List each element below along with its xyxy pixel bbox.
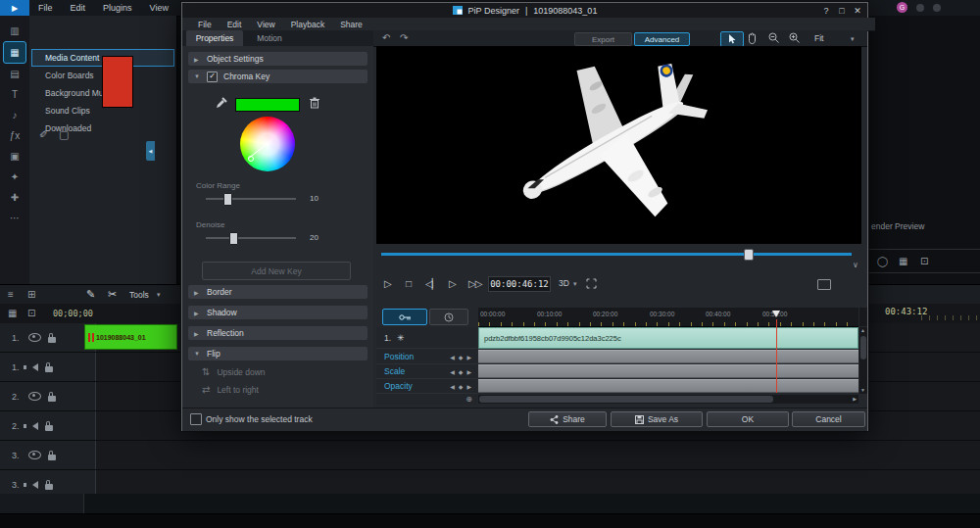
effects-room-icon[interactable]: ƒx: [4, 125, 25, 146]
scroll-down-icon[interactable]: ▼: [860, 388, 865, 393]
play-button[interactable]: ▷: [384, 278, 391, 289]
scale-keyframe-track[interactable]: [478, 364, 858, 378]
library-room-icon[interactable]: ▦: [3, 41, 26, 64]
preview-seekbar[interactable]: [381, 253, 852, 256]
next-keyframe-icon[interactable]: ▶: [466, 368, 471, 375]
undo-icon[interactable]: ↶: [382, 33, 390, 43]
color-range-handle[interactable]: [223, 193, 232, 206]
view-toggle-icon[interactable]: ⊞: [27, 290, 35, 300]
cancel-button[interactable]: Cancel: [792, 411, 865, 427]
tab-motion[interactable]: Motion: [245, 30, 294, 46]
denoise-handle[interactable]: [229, 232, 238, 245]
hand-tool-icon[interactable]: [747, 32, 758, 44]
fit-dropdown[interactable]: Fit: [814, 33, 823, 43]
lock-icon[interactable]: [45, 425, 53, 431]
help-button[interactable]: ?: [818, 3, 834, 18]
prev-keyframe-icon[interactable]: ◀: [450, 383, 455, 390]
split-scissors-icon[interactable]: ✂: [108, 289, 117, 300]
add-keyframe-icon[interactable]: ◆: [459, 354, 464, 360]
prev-keyframe-icon[interactable]: ◀: [450, 354, 455, 360]
ok-button[interactable]: OK: [707, 411, 789, 427]
speaker-icon[interactable]: [32, 422, 38, 430]
add-keyframe-icon[interactable]: ◆: [459, 383, 464, 390]
tab-properties[interactable]: Properties: [186, 30, 243, 46]
lock-icon[interactable]: [45, 484, 53, 490]
audio-room-icon[interactable]: ♪: [4, 105, 25, 125]
fit-chevron-icon[interactable]: ▾: [851, 35, 855, 42]
eye-icon[interactable]: [28, 392, 41, 401]
advanced-button[interactable]: Advanced: [634, 32, 690, 46]
vertical-scrollbar-thumb[interactable]: [860, 336, 866, 360]
next-keyframe-icon[interactable]: ▶: [466, 383, 471, 390]
close-button[interactable]: ✕: [850, 3, 865, 18]
ruler-left-icon[interactable]: ▦: [8, 309, 17, 318]
tools-dropdown[interactable]: Tools: [129, 290, 149, 300]
user-avatar[interactable]: G: [897, 2, 907, 13]
dialog-menu-view[interactable]: View: [249, 20, 282, 29]
preview-grid-icon[interactable]: ▦: [899, 257, 907, 266]
color-board-thumbnail[interactable]: [102, 56, 133, 108]
horizontal-scrollbar[interactable]: ▶: [478, 395, 858, 404]
color-range-slider[interactable]: [206, 198, 296, 200]
eye-icon[interactable]: [28, 451, 41, 459]
keyframe-ruler[interactable]: 00:00:00 00:10:00 00:20:00 00:30:00 00:4…: [478, 308, 858, 327]
section-object-settings[interactable]: ▶ Object Settings: [188, 52, 368, 66]
menu-plugins[interactable]: Plugins: [94, 0, 141, 16]
dialog-menu-share[interactable]: Share: [332, 20, 370, 29]
dialog-titlebar[interactable]: PiP Designer | 1019088043_01 ? □ ✕: [182, 3, 867, 18]
select-tool-button[interactable]: [720, 31, 744, 47]
speaker-icon[interactable]: [32, 363, 38, 371]
eyedropper-icon[interactable]: [216, 97, 227, 109]
more-rooms-icon[interactable]: ⋯: [4, 208, 25, 228]
overlay-room-icon[interactable]: ▣: [4, 146, 25, 167]
chroma-color-swatch[interactable]: [235, 98, 300, 112]
zoom-out-icon[interactable]: [768, 32, 780, 44]
keyframe-mode-button[interactable]: [382, 309, 427, 325]
color-wheel-picker[interactable]: [248, 156, 254, 162]
draw-tool-icon[interactable]: ✐: [39, 129, 48, 140]
keyframe-clip[interactable]: pdzb2dfbbf61958cb07d9905c12da3c225c: [478, 327, 858, 349]
prev-keyframe-icon[interactable]: ◀: [450, 368, 455, 375]
3d-mode-dropdown[interactable]: 3D: [559, 278, 569, 288]
timeline-clip[interactable]: 1019088043_01: [84, 324, 177, 350]
collapse-chevron-icon[interactable]: ∨: [853, 262, 858, 269]
maximize-button[interactable]: □: [834, 3, 850, 18]
chroma-key-checkbox[interactable]: ✓: [207, 72, 218, 82]
add-keyframe-icon[interactable]: ◆: [459, 368, 464, 375]
section-shadow[interactable]: ▶ Shadow: [188, 306, 368, 319]
dialog-menu-edit[interactable]: Edit: [220, 20, 250, 29]
menu-edit[interactable]: Edit: [62, 0, 95, 16]
add-room-icon[interactable]: ✚: [4, 187, 25, 208]
ruler-snap-icon[interactable]: ⊡: [27, 309, 35, 318]
zoom-in-icon[interactable]: [789, 32, 801, 44]
fullscreen-icon[interactable]: [586, 278, 597, 289]
only-selected-track-checkbox[interactable]: [190, 413, 202, 425]
vertical-scrollbar[interactable]: ▲ ▼: [859, 327, 867, 394]
add-new-key-button[interactable]: Add New Key: [202, 262, 351, 280]
trash-icon[interactable]: [310, 97, 319, 109]
redo-icon[interactable]: ↷: [400, 33, 408, 43]
next-keyframe-icon[interactable]: ▶: [466, 354, 471, 360]
title-room-icon[interactable]: T: [4, 84, 25, 105]
track-3-video-body[interactable]: [96, 441, 980, 469]
add-track-icon[interactable]: ⊕: [466, 396, 472, 404]
speaker-icon[interactable]: [32, 481, 38, 489]
dialog-menu-file[interactable]: File: [190, 20, 220, 29]
panel-collapse-handle[interactable]: ◀: [146, 141, 155, 161]
lock-icon[interactable]: [48, 455, 56, 460]
horizontal-scrollbar-thumb[interactable]: [479, 396, 773, 403]
duration-mode-button[interactable]: [429, 309, 468, 325]
track-manager-icon[interactable]: ≡: [8, 290, 14, 300]
tag-tool-icon[interactable]: ▢: [59, 129, 69, 140]
notifications-icon[interactable]: [916, 4, 924, 12]
media-room-icon[interactable]: ▥: [4, 21, 25, 41]
section-flip[interactable]: ▼ Flip: [188, 347, 368, 360]
previous-frame-button[interactable]: ◁▏: [425, 278, 438, 289]
pencil-tool-icon[interactable]: ✎: [86, 289, 95, 300]
next-frame-button[interactable]: ▷: [449, 278, 456, 289]
seekbar-handle[interactable]: [744, 249, 754, 261]
flip-upside-down-option[interactable]: ⇅ Upside down: [202, 365, 266, 379]
stop-button[interactable]: □: [406, 278, 411, 289]
eye-icon[interactable]: [28, 333, 41, 342]
menu-view[interactable]: View: [141, 0, 177, 16]
